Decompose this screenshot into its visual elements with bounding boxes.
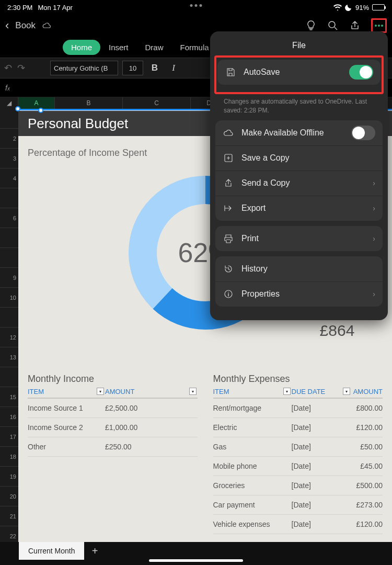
row-header[interactable]: 16 <box>0 407 18 427</box>
row-header[interactable] <box>0 308 18 327</box>
row-header[interactable]: 21 <box>0 506 18 526</box>
battery-pct: 91% <box>355 4 369 12</box>
filter-dropdown-icon[interactable]: ▾ <box>97 388 104 395</box>
info-icon <box>223 289 234 299</box>
col-header[interactable]: A <box>18 97 55 109</box>
cash-value: £864 <box>320 322 375 340</box>
lightbulb-icon[interactable] <box>305 20 317 31</box>
table-row[interactable]: Gas[Date]£50.00 <box>213 437 383 457</box>
export-icon <box>223 204 234 213</box>
home-indicator[interactable] <box>149 559 243 562</box>
th-due: DUE DATE▾ <box>292 388 351 396</box>
sheet-tab-current[interactable]: Current Month <box>19 542 84 560</box>
income-heading: Monthly Income <box>28 374 198 385</box>
sheet-title: Personal Budget <box>28 116 128 132</box>
row-header[interactable] <box>0 228 18 248</box>
th-amount: AMOUNT▾ <box>105 388 198 396</box>
battery-icon <box>372 4 385 10</box>
send-copy-row[interactable]: Send a Copy › <box>215 171 383 196</box>
print-icon <box>223 234 234 243</box>
row-header[interactable] <box>0 109 18 129</box>
row-header[interactable]: 13 <box>0 347 18 367</box>
filter-dropdown-icon[interactable]: ▾ <box>343 388 350 395</box>
export-row[interactable]: Export › <box>215 196 383 221</box>
more-menu-button[interactable] <box>371 18 387 33</box>
save-copy-row[interactable]: Save a Copy <box>215 145 383 171</box>
font-family-select[interactable]: Century Gothic (B <box>50 61 118 75</box>
back-button[interactable]: ‹ <box>5 19 9 32</box>
send-copy-icon <box>223 178 234 188</box>
status-date: Mon 17 Apr <box>38 4 73 12</box>
chevron-right-icon: › <box>373 290 375 298</box>
offline-toggle[interactable] <box>351 126 375 140</box>
tab-home[interactable]: Home <box>63 40 100 55</box>
cloud-sync-icon[interactable] <box>42 22 51 29</box>
document-title[interactable]: Book <box>15 20 36 31</box>
row-header[interactable]: 20 <box>0 487 18 506</box>
multitask-dots-icon[interactable] <box>190 4 202 7</box>
row-header[interactable]: 9 <box>0 268 18 288</box>
svg-line-1 <box>335 27 337 30</box>
table-row[interactable]: Electric[Date]£120.00 <box>213 418 383 437</box>
table-row[interactable]: Mobile phone[Date]£45.00 <box>213 457 383 476</box>
history-row[interactable]: History <box>215 256 383 281</box>
offline-row[interactable]: Make Available Offline <box>215 120 383 145</box>
selection-handle[interactable] <box>38 108 43 113</box>
row-header[interactable]: 18 <box>0 447 18 467</box>
row-header[interactable]: 19 <box>0 467 18 487</box>
row-header[interactable] <box>0 248 18 268</box>
income-table: Monthly Income ITEM▾ AMOUNT▾ Income Sour… <box>28 374 198 534</box>
search-icon[interactable] <box>327 20 339 31</box>
autosave-label: AutoSave <box>244 67 280 77</box>
expenses-heading: Monthly Expenses <box>213 374 383 385</box>
save-copy-icon <box>223 153 234 163</box>
filter-dropdown-icon[interactable]: ▾ <box>189 388 197 395</box>
row-headers: 2346910121315161718192021222324 <box>0 109 18 547</box>
properties-row[interactable]: Properties › <box>215 281 383 307</box>
th-amount: AMOUNT <box>351 388 383 396</box>
row-header[interactable]: 15 <box>0 387 18 407</box>
status-bar: 2:30 PM Mon 17 Apr 91% <box>0 0 392 15</box>
file-menu-title: File <box>215 38 383 58</box>
autosave-toggle[interactable] <box>349 65 373 80</box>
table-row[interactable]: Income Source 1£2,500.00 <box>28 399 198 418</box>
table-row[interactable]: Car payment[Date]£273.00 <box>213 495 383 515</box>
row-header[interactable]: 3 <box>0 149 18 168</box>
row-header[interactable]: 10 <box>0 288 18 308</box>
table-row[interactable]: Other£250.00 <box>28 437 198 457</box>
autosave-icon <box>225 67 236 77</box>
print-row[interactable]: Print › <box>215 226 383 251</box>
table-row[interactable]: Groceries[Date]£500.00 <box>213 476 383 495</box>
chevron-right-icon: › <box>373 179 375 187</box>
row-header[interactable]: 12 <box>0 327 18 347</box>
table-row[interactable]: Vehicle expenses[Date]£120.00 <box>213 515 383 534</box>
chevron-right-icon: › <box>373 234 375 243</box>
share-icon[interactable] <box>349 20 361 31</box>
row-header[interactable] <box>0 367 18 387</box>
autosave-row[interactable]: AutoSave <box>217 60 381 85</box>
table-row[interactable]: Income Source 2£1,000.00 <box>28 418 198 437</box>
font-size-select[interactable]: 10 <box>122 61 143 75</box>
add-sheet-button[interactable]: + <box>84 542 105 560</box>
tab-draw[interactable]: Draw <box>137 40 172 55</box>
row-header[interactable] <box>0 188 18 208</box>
row-header[interactable]: 2 <box>0 129 18 149</box>
italic-button[interactable]: I <box>166 63 181 73</box>
bold-button[interactable]: B <box>147 63 162 73</box>
th-item: ITEM▾ <box>213 388 292 396</box>
row-header[interactable]: 4 <box>0 168 18 188</box>
redo-button[interactable]: ↷ <box>17 62 25 74</box>
history-icon <box>223 264 234 274</box>
col-header[interactable]: B <box>55 97 123 109</box>
filter-dropdown-icon[interactable]: ▾ <box>283 388 291 395</box>
file-menu-panel: File AutoSave Changes are automatically … <box>210 31 388 320</box>
table-row[interactable]: Rent/mortgage[Date]£800.00 <box>213 399 383 418</box>
row-header[interactable]: 6 <box>0 208 18 228</box>
cloud-offline-icon <box>223 129 234 137</box>
tab-insert[interactable]: Insert <box>100 40 137 55</box>
th-item: ITEM▾ <box>28 388 105 396</box>
row-header[interactable]: 17 <box>0 427 18 447</box>
undo-button[interactable]: ↶ <box>4 62 12 74</box>
selection-handle[interactable] <box>15 106 20 111</box>
col-header[interactable]: C <box>123 97 191 109</box>
